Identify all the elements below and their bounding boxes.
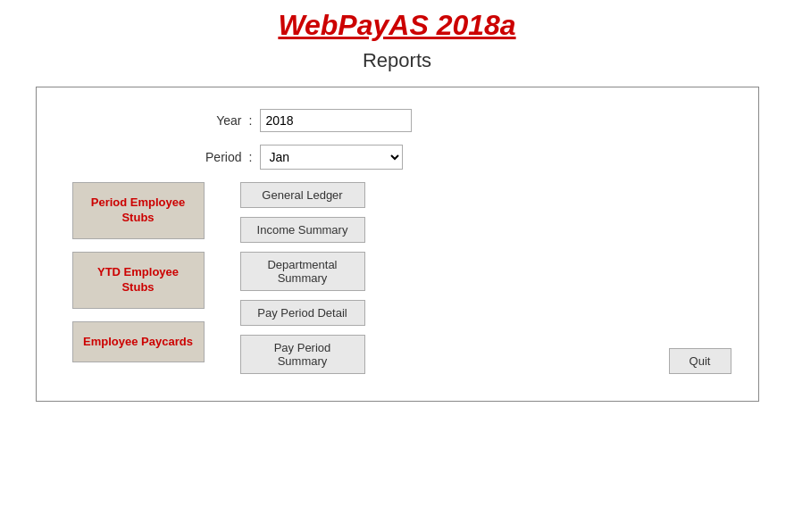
period-colon: : — [242, 150, 260, 164]
page-title: Reports — [363, 49, 431, 72]
app-title: WebPayAS 2018a — [278, 9, 515, 42]
main-container: Year : Period : Jan Feb Mar Apr May Jun … — [36, 87, 759, 402]
year-input[interactable] — [260, 109, 412, 132]
period-select[interactable]: Jan Feb Mar Apr May Jun Jul Aug Sep Oct … — [260, 145, 403, 170]
right-and-quit: General Ledger Income Summary Department… — [205, 182, 731, 374]
departmental-summary-button[interactable]: Departmental Summary — [240, 252, 365, 291]
ytd-employee-stubs-button[interactable]: YTD Employee Stubs — [72, 252, 205, 309]
employee-paycards-button[interactable]: Employee Paycards — [72, 321, 205, 363]
quit-area: Quit — [365, 348, 731, 374]
right-buttons-group: General Ledger Income Summary Department… — [240, 182, 365, 374]
buttons-area: Period EmployeeStubs YTD Employee Stubs … — [63, 182, 731, 374]
pay-period-summary-button[interactable]: Pay Period Summary — [240, 335, 365, 374]
left-buttons-group: Period EmployeeStubs YTD Employee Stubs … — [72, 182, 205, 362]
pay-period-detail-button[interactable]: Pay Period Detail — [240, 300, 365, 326]
period-label: Period — [171, 150, 242, 164]
year-row: Year : — [171, 109, 731, 132]
year-label: Year — [171, 113, 242, 128]
income-summary-button[interactable]: Income Summary — [240, 217, 365, 243]
quit-button[interactable]: Quit — [669, 348, 731, 374]
general-ledger-button[interactable]: General Ledger — [240, 182, 365, 208]
year-colon: : — [242, 113, 260, 128]
period-employee-stubs-button[interactable]: Period EmployeeStubs — [72, 182, 205, 239]
period-row: Period : Jan Feb Mar Apr May Jun Jul Aug… — [171, 145, 731, 170]
